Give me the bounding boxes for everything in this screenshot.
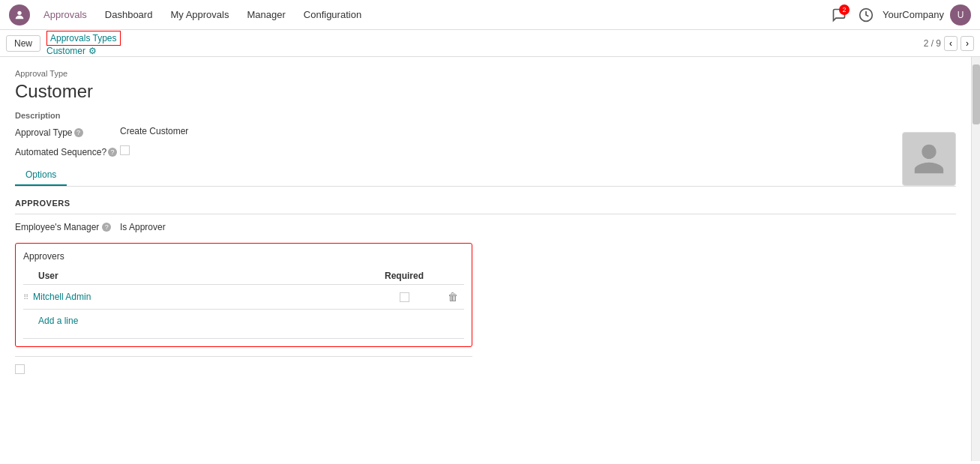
main-content: Approval Type Customer Description Appro… bbox=[0, 57, 980, 461]
approvers-section-title: APPROVERS bbox=[15, 199, 956, 208]
tabs-bar: Options bbox=[15, 165, 956, 187]
scrollbar[interactable] bbox=[971, 57, 980, 461]
toolbar: New Approvals Types Customer ⚙ 2 / 9 ‹ › bbox=[0, 30, 980, 57]
section-bottom-divider bbox=[15, 356, 472, 357]
approvers-label: Approvers bbox=[23, 251, 464, 262]
app-logo bbox=[9, 4, 30, 25]
drag-handle-icon[interactable]: ⠿ bbox=[23, 293, 28, 301]
bottom-checkbox[interactable] bbox=[15, 364, 25, 374]
delete-row-button[interactable]: 🗑 bbox=[448, 291, 458, 303]
approval-type-label: Approval Type ? bbox=[15, 126, 120, 138]
automated-sequence-checkbox[interactable] bbox=[120, 145, 130, 157]
page-info: 2 / 9 bbox=[924, 38, 941, 49]
table-row: ⠿ Mitchell Admin 🗑 bbox=[23, 288, 464, 306]
approval-type-header: Approval Type bbox=[15, 69, 956, 78]
form-body: Approval Type Customer Description Appro… bbox=[0, 57, 971, 157]
scrollbar-thumb[interactable] bbox=[973, 64, 980, 124]
settings-gear-icon[interactable]: ⚙ bbox=[88, 46, 97, 56]
breadcrumb-parent-link[interactable]: Approvals Types bbox=[46, 31, 121, 46]
clock-button[interactable] bbox=[856, 4, 877, 25]
form-area: Approval Type Customer Description Appro… bbox=[0, 57, 971, 461]
notification-badge: 2 bbox=[839, 4, 850, 15]
required-checkbox[interactable] bbox=[400, 292, 409, 302]
col-required: Required bbox=[367, 271, 442, 281]
options-content: APPROVERS Employee's Manager ? Is Approv… bbox=[0, 187, 971, 386]
prev-page-button[interactable]: ‹ bbox=[944, 36, 958, 51]
approval-type-field: Approval Type ? Create Customer bbox=[15, 126, 956, 138]
approval-type-value: Create Customer bbox=[120, 126, 188, 136]
new-button[interactable]: New bbox=[6, 35, 40, 52]
automated-sequence-help-icon[interactable]: ? bbox=[108, 148, 117, 157]
table-bottom-divider bbox=[23, 338, 464, 339]
approvers-table-container: Approvers User Required ⠿ Mitchell Admin… bbox=[15, 243, 472, 347]
required-cell bbox=[367, 292, 442, 302]
pagination: 2 / 9 ‹ › bbox=[924, 36, 974, 51]
table-header: User Required bbox=[23, 268, 464, 285]
tab-options[interactable]: Options bbox=[15, 165, 67, 186]
col-actions bbox=[442, 271, 464, 281]
top-nav: Approvals Dashboard My Approvals Manager… bbox=[0, 0, 980, 30]
nav-manager[interactable]: Manager bbox=[239, 0, 292, 30]
svg-point-0 bbox=[17, 10, 21, 14]
add-line-button[interactable]: Add a line bbox=[23, 313, 464, 326]
approvers-divider bbox=[15, 214, 956, 214]
breadcrumb-current-label: Customer bbox=[46, 46, 85, 56]
table-row-divider bbox=[23, 309, 464, 310]
user-avatar[interactable]: U bbox=[950, 4, 971, 25]
next-page-button[interactable]: › bbox=[961, 36, 974, 51]
actions-cell: 🗑 bbox=[442, 291, 464, 303]
automated-sequence-field: Automated Sequence? ? bbox=[15, 145, 956, 157]
form-title: Customer bbox=[15, 81, 956, 102]
avatar-area bbox=[902, 132, 956, 186]
employee-manager-label: Employee's Manager ? bbox=[15, 222, 120, 232]
nav-approvals[interactable]: Approvals bbox=[36, 0, 94, 30]
automated-sequence-label: Automated Sequence? ? bbox=[15, 145, 120, 157]
col-user: User bbox=[23, 271, 367, 281]
description-section-header: Description bbox=[15, 111, 956, 120]
employee-manager-field: Employee's Manager ? Is Approver bbox=[15, 222, 956, 232]
company-name[interactable]: YourCompany bbox=[883, 9, 944, 20]
user-cell[interactable]: Mitchell Admin bbox=[33, 292, 367, 302]
notifications-button[interactable]: 2 bbox=[829, 4, 850, 25]
avatar-image bbox=[902, 132, 956, 186]
nav-my-approvals[interactable]: My Approvals bbox=[163, 0, 236, 30]
employee-manager-value: Is Approver bbox=[120, 222, 166, 232]
nav-dashboard[interactable]: Dashboard bbox=[97, 0, 160, 30]
nav-configuration[interactable]: Configuration bbox=[296, 0, 369, 30]
breadcrumb-current: Customer ⚙ bbox=[46, 46, 121, 56]
approval-type-help-icon[interactable]: ? bbox=[74, 128, 83, 137]
breadcrumb: Approvals Types Customer ⚙ bbox=[46, 31, 121, 56]
employee-manager-help-icon[interactable]: ? bbox=[102, 223, 111, 232]
bottom-row bbox=[15, 364, 956, 374]
